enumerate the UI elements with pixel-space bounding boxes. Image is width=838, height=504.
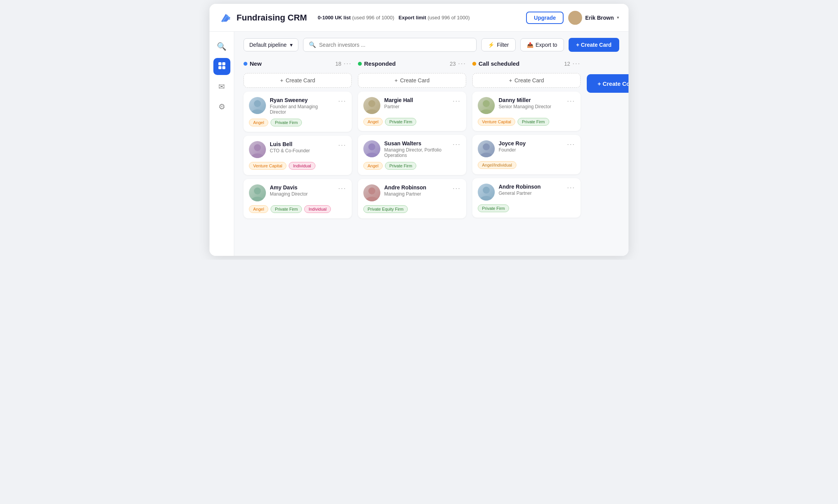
sidebar-item-settings[interactable]: ⚙ — [213, 98, 230, 115]
col-count-call: 12 — [564, 61, 570, 67]
card-top: Andre Robinson Managing Partner ··· — [363, 184, 461, 201]
card-menu-amy[interactable]: ··· — [338, 184, 346, 192]
tag-private-firm: Private Firm — [271, 205, 302, 213]
avatar-joyce-roy — [478, 140, 495, 157]
search-input[interactable] — [319, 42, 471, 48]
card-info: Amy Davis Managing Director — [270, 184, 334, 197]
card-joyce-roy: Joyce Roy Founder ··· Angel/Individual — [472, 135, 581, 174]
col-count-responded: 23 — [450, 61, 456, 67]
col-menu-call[interactable]: ··· — [572, 60, 581, 68]
tag-private-firm: Private Firm — [385, 118, 416, 126]
card-tags: Angel/Individual — [478, 161, 575, 169]
upgrade-button[interactable]: Upgrade — [526, 12, 564, 24]
main-layout: 🔍 ✉ ⚙ — [210, 32, 628, 256]
filter-icon: ⚡ — [488, 42, 494, 48]
col-menu-responded[interactable]: ··· — [458, 60, 466, 68]
avatar-amy-davis — [249, 184, 266, 201]
tag-private-firm: Private Firm — [271, 119, 302, 126]
col-dot-new — [244, 62, 247, 66]
svg-point-18 — [483, 100, 490, 107]
col-dot-responded — [358, 62, 362, 66]
card-role: Senior Managing Director — [499, 104, 563, 109]
col-title-new: New — [250, 60, 331, 67]
svg-point-21 — [480, 153, 492, 157]
svg-point-12 — [368, 100, 375, 107]
card-name: Danny Miller — [499, 97, 563, 103]
card-tags: Private Equity Firm — [363, 205, 461, 213]
board-icon — [218, 61, 226, 72]
header-info: 0-1000 UK list (used 996 of 1000) Export… — [318, 15, 521, 20]
card-tags: Private Firm — [478, 204, 575, 212]
search-bar: 🔍 — [303, 38, 477, 52]
avatar-andre-robinson — [363, 184, 380, 201]
pipeline-label: Default pipeline — [249, 42, 287, 48]
tag-venture: Venture Capital — [478, 118, 515, 126]
card-role: Managing Partner — [384, 191, 449, 197]
sidebar-item-search[interactable]: 🔍 — [213, 38, 230, 55]
col-menu-new[interactable]: ··· — [344, 60, 352, 68]
card-tags: Angel Private Firm — [363, 118, 461, 126]
card-menu-margie[interactable]: ··· — [453, 97, 461, 105]
create-card-col-label: Create Card — [286, 77, 315, 83]
card-ryan-sweeney: Ryan Sweeney Founder and Managing Direct… — [244, 92, 352, 132]
card-menu-danny[interactable]: ··· — [567, 97, 575, 105]
create-card-col-call[interactable]: + Create Card — [472, 73, 581, 88]
card-menu-andre2[interactable]: ··· — [567, 184, 575, 192]
card-role: Managing Director, Portfolio Operations — [384, 147, 449, 158]
svg-point-15 — [366, 153, 378, 157]
column-header-call: Call scheduled 12 ··· — [472, 58, 581, 69]
card-role: CTO & Co-Founder — [270, 148, 334, 153]
tag-private-firm: Private Firm — [518, 118, 549, 126]
card-tags: Venture Capital Private Firm — [478, 118, 575, 126]
create-card-button[interactable]: + Create Card — [569, 38, 619, 52]
card-margie-hall: Margie Hall Partner ··· Angel Private Fi… — [358, 92, 466, 131]
export-button[interactable]: 📤 Export to — [520, 38, 564, 51]
create-column-button[interactable]: + Create Column — [587, 74, 628, 93]
card-info: Joyce Roy Founder — [499, 140, 563, 153]
create-card-col-label: Create Card — [400, 77, 429, 83]
mail-icon: ✉ — [218, 82, 225, 91]
create-card-col-new[interactable]: + Create Card — [244, 73, 352, 88]
user-menu[interactable]: Erik Brown ▾ — [568, 11, 619, 25]
card-top: Luis Bell CTO & Co-Founder ··· — [249, 141, 346, 158]
card-top: Ryan Sweeney Founder and Managing Direct… — [249, 97, 346, 115]
card-menu-susan[interactable]: ··· — [453, 140, 461, 148]
sidebar-item-mail[interactable]: ✉ — [213, 78, 230, 95]
svg-point-6 — [254, 100, 261, 107]
card-info: Susan Walters Managing Director, Portfol… — [384, 140, 449, 158]
card-amy-davis: Amy Davis Managing Director ··· Angel Pr… — [244, 179, 352, 218]
pipeline-dropdown[interactable]: Default pipeline ▾ — [244, 38, 298, 51]
card-menu-luis[interactable]: ··· — [338, 141, 346, 149]
create-card-col-responded[interactable]: + Create Card — [358, 73, 466, 88]
avatar-susan-walters — [363, 140, 380, 157]
card-menu-andre[interactable]: ··· — [453, 184, 461, 192]
card-role: Partner — [384, 104, 449, 109]
export-icon: 📤 — [527, 42, 533, 48]
tag-venture: Venture Capital — [249, 162, 286, 170]
svg-rect-5 — [222, 66, 225, 69]
pipeline-chevron-icon: ▾ — [290, 42, 293, 48]
sidebar: 🔍 ✉ ⚙ — [210, 32, 234, 256]
sidebar-item-board[interactable] — [213, 58, 230, 75]
user-menu-chevron-icon: ▾ — [617, 15, 619, 20]
col-count-new: 18 — [335, 61, 341, 67]
list-info: 0-1000 UK list (used 996 of 1000) Export… — [318, 15, 470, 20]
svg-point-17 — [366, 197, 378, 201]
card-name: Amy Davis — [270, 184, 334, 191]
card-menu-joyce[interactable]: ··· — [567, 140, 575, 148]
card-menu-ryan[interactable]: ··· — [338, 97, 346, 105]
svg-point-9 — [251, 153, 264, 158]
card-danny-miller: Danny Miller Senior Managing Director ··… — [472, 92, 581, 131]
search-icon: 🔍 — [217, 42, 227, 51]
card-top: Danny Miller Senior Managing Director ··… — [478, 97, 575, 114]
svg-point-11 — [251, 197, 264, 201]
filter-button[interactable]: ⚡ Filter — [481, 38, 515, 51]
settings-icon: ⚙ — [218, 102, 225, 111]
card-luis-bell: Luis Bell CTO & Co-Founder ··· Venture C… — [244, 136, 352, 175]
card-top: Andre Robinson General Partner ··· — [478, 184, 575, 201]
avatar-danny-miller — [478, 97, 495, 114]
svg-rect-4 — [218, 66, 221, 69]
tag-private-firm: Private Firm — [478, 204, 509, 212]
main-content: Default pipeline ▾ 🔍 ⚡ Filter 📤 Export t… — [234, 32, 628, 256]
card-andre-robinson-responded: Andre Robinson Managing Partner ··· Priv… — [358, 179, 466, 218]
